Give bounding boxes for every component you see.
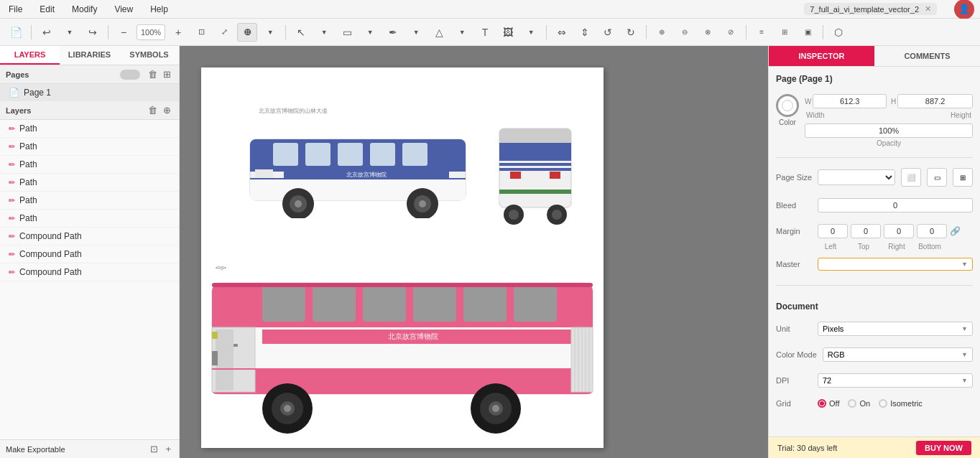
layer-item[interactable]: ✏ Compound Path <box>0 263 179 281</box>
margin-bottom-field[interactable]: 0 <box>917 224 947 238</box>
user-avatar[interactable]: 👤 <box>954 0 974 19</box>
shape-tool-btn[interactable]: ▭ <box>337 23 357 42</box>
distribute-btn[interactable]: ⊞ <box>775 23 795 42</box>
tab-comments[interactable]: COMMENTS <box>874 46 980 66</box>
page-size-select[interactable] <box>818 169 895 185</box>
margin-right-field[interactable]: 0 <box>884 224 914 238</box>
pen-tool-btn[interactable]: ✒ <box>383 23 403 42</box>
layer-item[interactable]: ✏ Compound Path <box>0 246 179 263</box>
w-label: W <box>805 98 811 106</box>
menu-help[interactable]: Help <box>147 3 171 16</box>
undo-btn[interactable]: ↩ <box>37 23 57 42</box>
margin-link-btn[interactable]: 🔗 <box>950 224 961 238</box>
menu-edit[interactable]: Edit <box>37 3 57 16</box>
unit-select[interactable]: Pixels ▼ <box>818 322 973 336</box>
tab-layers[interactable]: LAYERS <box>0 46 60 65</box>
layer-item[interactable]: ✏ Path <box>0 192 179 210</box>
image-dropdown-btn[interactable]: ▼ <box>521 23 541 42</box>
grid-row: Grid Off On Isometric <box>776 399 973 408</box>
canvas-background[interactable]: 北京故宫博物院的山林大道 <box>180 46 768 458</box>
zoom-in-btn[interactable]: + <box>168 23 188 42</box>
path-icon: ✏ <box>9 214 15 223</box>
align-btn[interactable]: ≡ <box>752 23 772 42</box>
subtract-btn[interactable]: ⊖ <box>675 23 695 42</box>
grid-off-label: Off <box>829 399 839 408</box>
separator <box>31 25 32 39</box>
portrait-btn[interactable]: ⬜ <box>901 168 921 187</box>
pages-toggle[interactable] <box>120 70 140 80</box>
expand-btn[interactable]: ⤢ <box>214 23 234 42</box>
menu-view[interactable]: View <box>111 3 136 16</box>
new-document-btn[interactable]: 📄 <box>6 23 26 42</box>
image-tool-btn[interactable]: 🖼 <box>498 23 518 42</box>
buy-now-btn[interactable]: BUY NOW <box>916 441 971 455</box>
master-select[interactable]: ▼ <box>818 258 973 271</box>
cursor-tool-btn[interactable]: ↖ <box>291 23 311 42</box>
separator7 <box>823 25 823 39</box>
tab-inspector[interactable]: INSPECTOR <box>769 46 874 66</box>
pen-dropdown-btn[interactable]: ▼ <box>406 23 426 42</box>
make-exportable-bar: Make Exportable ⊡ + <box>0 439 179 458</box>
custom-size-btn[interactable]: ⊞ <box>953 168 973 187</box>
add-exportable-btn[interactable]: + <box>163 443 173 455</box>
rotate-cw-btn[interactable]: ↻ <box>621 23 641 42</box>
cursor-dropdown-btn[interactable]: ▼ <box>314 23 334 42</box>
grid-isometric-radio[interactable]: Isometric <box>879 399 923 408</box>
flip-v-btn[interactable]: ⇕ <box>575 23 595 42</box>
layer-item[interactable]: ✏ Path <box>0 138 179 156</box>
group-btn[interactable]: ▣ <box>798 23 818 42</box>
export-btn[interactable]: ⬡ <box>828 23 849 42</box>
undo-dropdown-btn[interactable]: ▼ <box>60 23 80 42</box>
height-field[interactable]: 887.2 <box>897 94 973 108</box>
bleed-field[interactable]: 0 <box>818 198 973 212</box>
compound-path-icon: ✏ <box>9 250 15 259</box>
redo-btn[interactable]: ↪ <box>83 23 103 42</box>
node-tool-btn[interactable]: △ <box>429 23 449 42</box>
type-tool-btn[interactable]: T <box>475 23 495 42</box>
delete-page-btn[interactable]: 🗑 <box>146 68 160 80</box>
add-layer-btn[interactable]: ⊕ <box>161 104 173 116</box>
radio-dot-on <box>848 399 856 408</box>
combine-btn[interactable]: ⊕ <box>652 23 672 42</box>
page-item[interactable]: 📄 Page 1 <box>0 84 179 101</box>
margin-left-field[interactable]: 0 <box>818 224 848 238</box>
opacity-field[interactable]: 100% <box>805 123 973 138</box>
layer-item[interactable]: ✏ Compound Path <box>0 228 179 246</box>
grid-on-radio[interactable]: On <box>848 399 870 408</box>
flip-h-btn[interactable]: ⇔ <box>552 23 572 42</box>
layer-item[interactable]: ✏ Path <box>0 120 179 138</box>
document-tab[interactable]: 7_full_ai_vi_template_vector_2 ✕ <box>804 3 937 15</box>
exportable-settings-btn[interactable]: ⊡ <box>148 443 160 455</box>
layer-item[interactable]: ✏ Path <box>0 156 179 174</box>
divider1 <box>776 157 973 158</box>
menu-modify[interactable]: Modify <box>69 3 100 16</box>
rotate-ccw-btn[interactable]: ↺ <box>598 23 618 42</box>
margin-top-field[interactable]: 0 <box>851 224 881 238</box>
width-field[interactable]: 612.3 <box>813 94 887 108</box>
zoom-out-btn[interactable]: − <box>114 23 134 42</box>
tab-libraries[interactable]: LIBRARIES <box>60 46 119 65</box>
node-dropdown-btn[interactable]: ▼ <box>452 23 472 42</box>
add-page-btn[interactable]: ⊞ <box>161 68 173 80</box>
margin-labels-row: Left Top Right Bottom <box>776 243 973 251</box>
close-tab-icon[interactable]: ✕ <box>925 4 931 14</box>
landscape-btn[interactable]: ▭ <box>927 168 947 187</box>
color-mode-select[interactable]: RGB ▼ <box>823 347 973 362</box>
fit-page-btn[interactable]: ⊡ <box>191 23 211 42</box>
divide-btn[interactable]: ⊘ <box>721 23 741 42</box>
grid-off-radio[interactable]: Off <box>818 399 839 408</box>
compound-path-icon: ✏ <box>9 232 15 241</box>
menu-file[interactable]: File <box>6 3 25 16</box>
zoom-tool-btn[interactable]: ⊕ <box>237 23 257 42</box>
color-swatch[interactable] <box>776 94 799 117</box>
tab-symbols[interactable]: SYMBOLS <box>119 46 179 65</box>
dpi-select[interactable]: 72 ▼ <box>818 373 973 388</box>
layer-item[interactable]: ✏ Path <box>0 210 179 228</box>
delete-layer-btn[interactable]: 🗑 <box>146 104 160 116</box>
intersect-btn[interactable]: ⊗ <box>698 23 718 42</box>
layer-item[interactable]: ✏ Path <box>0 174 179 192</box>
canvas-area[interactable]: 北京故宫博物院的山林大道 <box>180 46 768 458</box>
zoom-dropdown-btn[interactable]: ▼ <box>260 23 280 42</box>
svg-point-64 <box>492 405 499 412</box>
shape-dropdown-btn[interactable]: ▼ <box>360 23 380 42</box>
